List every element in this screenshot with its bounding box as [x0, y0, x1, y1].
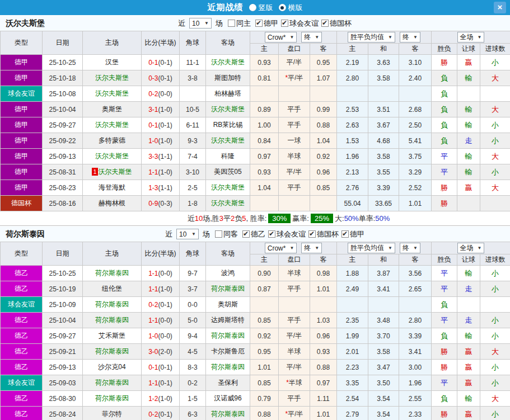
cell-corner: 9-7	[180, 266, 206, 281]
cell-odds-away: 0.88	[310, 117, 337, 133]
cell-result: 負	[432, 86, 457, 102]
team-name: 荷尔斯泰因	[0, 229, 115, 239]
cell-avg-away: 2.52	[399, 180, 432, 196]
cell-odds-home: 0.84	[250, 133, 279, 149]
halftime-score: (1-0)	[158, 168, 172, 176]
cell-avg-draw: 3.39	[368, 180, 399, 196]
fulltime-score: 1-1	[148, 285, 158, 293]
filter-bar: 近 10 场 同客 德乙球会友谊德国杯德甲	[115, 229, 415, 239]
league-checkbox-德甲[interactable]: 德甲	[341, 229, 364, 239]
cell-away: 沃尔夫斯堡	[206, 196, 250, 211]
cell-odds-home: 0.97	[250, 149, 279, 164]
league-checkbox-德乙[interactable]: 德乙	[242, 229, 265, 239]
cell-score: 1-1(0-1)	[142, 375, 180, 391]
close-button[interactable]: ×	[494, 2, 506, 13]
cell-avg-away: 2.80	[399, 313, 432, 328]
same-side-checkbox[interactable]: 同客	[215, 229, 238, 239]
cell-score: 1-1(1-0)	[142, 164, 180, 180]
cell-avg-away: 3.29	[399, 164, 432, 180]
checkbox-icon[interactable]	[308, 230, 316, 238]
fulltime-select[interactable]: 全场	[457, 32, 485, 43]
team-text: 沃尔夫斯堡	[95, 74, 129, 82]
cell-goals: 大	[480, 344, 510, 360]
layout-radio-vertical[interactable]: 竖版	[249, 3, 273, 13]
section-team-1: 沃尔夫斯堡 近 10 场 同主 德甲球会友谊德国杯 类型	[0, 15, 510, 226]
same-side-checkbox[interactable]: 同主	[228, 18, 251, 29]
league-checkbox-球会友谊[interactable]: 球会友谊	[281, 18, 319, 29]
cell-handicap: 平/半	[279, 55, 310, 70]
odds-time-select[interactable]: 终	[301, 32, 322, 43]
cell-avg-away: 2.65	[399, 281, 432, 297]
col-home: 主场	[83, 242, 142, 266]
odds-company-select[interactable]: Crow*	[265, 32, 297, 43]
avg-time-select[interactable]: 终	[400, 243, 420, 253]
cell-handicap: *平/半	[279, 70, 310, 86]
fulltime-select[interactable]: 全场	[457, 243, 485, 253]
recent-count-select[interactable]: 10	[189, 18, 212, 29]
cell-score: 3-1(1-0)	[142, 102, 180, 117]
odds-company-select[interactable]: Crow*	[265, 243, 297, 253]
team-text: 汉堡	[105, 58, 119, 66]
league-checkbox-德国杯[interactable]: 德国杯	[321, 18, 352, 29]
checkbox-icon[interactable]	[321, 20, 329, 27]
cell-avg-away	[399, 86, 432, 102]
match-row: 球会友谊25-09-03荷尔斯泰因1-1(0-1)0-2圣保利0.85*半球0.…	[1, 375, 510, 391]
avg-select[interactable]: 胜平负均值	[348, 32, 395, 43]
league-checkbox-球会友谊[interactable]: 球会友谊	[268, 229, 306, 239]
cell-home: 沃尔夫斯堡	[83, 70, 142, 86]
avg-select[interactable]: 胜平负均值	[348, 243, 395, 253]
checkbox-icon[interactable]	[228, 20, 235, 27]
dialog-title: 近期战绩	[208, 2, 244, 13]
cell-result: 勝	[432, 180, 457, 196]
team-text: 汉诺威96	[214, 394, 241, 402]
league-filter-list: 德乙球会友谊德国杯德甲	[240, 229, 364, 239]
checkbox-icon[interactable]	[255, 20, 263, 27]
recent-count-select[interactable]: 10	[176, 229, 199, 239]
col-avg-away: 客	[399, 44, 432, 55]
cell-goals: 小	[480, 328, 510, 344]
cell-odds-away: 0.95	[310, 55, 337, 70]
avg-time-select[interactable]: 终	[400, 32, 420, 43]
cell-avg-away: 2.33	[399, 407, 432, 420]
cell-odds-away: 0.98	[310, 266, 337, 281]
cell-handicap: 半球	[279, 344, 310, 360]
avg-group-header: 胜平负均值 终	[337, 242, 432, 254]
checkbox-icon[interactable]	[215, 230, 222, 238]
checkbox-label: 同客	[223, 229, 238, 239]
summary-part: 50%	[344, 214, 359, 223]
cell-avg-home: 2.35	[337, 313, 368, 328]
cell-avg-home: 1.53	[337, 133, 368, 149]
matches-table: 类型 日期 主场 比分(半场) 角球 客场 Crow* 终 胜平负均值	[0, 31, 510, 211]
cell-score: 1-1(0-0)	[142, 266, 180, 281]
col-away: 客场	[206, 31, 250, 55]
league-checkbox-德甲[interactable]: 德甲	[255, 18, 278, 29]
match-row: 德乙25-08-24菲尔特0-2(0-1)6-3荷尔斯泰因0.88*平/半1.0…	[1, 407, 510, 420]
radio-selected-icon[interactable]	[279, 4, 286, 11]
cell-away: 波鸿	[206, 266, 250, 281]
col-result: 胜负	[432, 44, 457, 55]
layout-radio-horizontal[interactable]: 横版	[279, 3, 303, 13]
cell-home: 荷尔斯泰因	[83, 344, 142, 360]
col-odds-away: 客	[310, 254, 337, 266]
radio-icon[interactable]	[249, 4, 256, 11]
team-text: 沃尔夫斯堡	[211, 58, 245, 66]
cell-home: 荷尔斯泰因	[83, 297, 142, 313]
cell-avg-draw: 3.48	[368, 313, 399, 328]
checkbox-icon[interactable]	[281, 20, 288, 27]
checkbox-icon[interactable]	[268, 230, 275, 238]
cell-corner: 0-0	[180, 297, 206, 313]
cell-odds-home	[250, 196, 279, 211]
checkbox-icon[interactable]	[242, 230, 250, 238]
avg-group-header: 胜平负均值 终	[337, 31, 432, 44]
odds-time-select[interactable]: 终	[301, 243, 322, 253]
checkbox-icon[interactable]	[341, 230, 349, 238]
section-header: 荷尔斯泰因 近 10 场 同客 德乙球会友谊德国杯德甲	[0, 226, 510, 242]
league-checkbox-德国杯[interactable]: 德国杯	[308, 229, 339, 239]
cell-type: 德乙	[1, 391, 43, 407]
halftime-score: (1-0)	[158, 395, 172, 403]
cell-away: 达姆斯塔特	[206, 313, 250, 328]
games-label: 场	[203, 229, 210, 239]
col-avg-draw: 和	[368, 254, 399, 266]
match-row: 德甲25-10-04奥斯堡3-1(1-0)10-5沃尔夫斯堡0.89平手0.99…	[1, 102, 510, 117]
fulltime-score: 0-2	[148, 301, 158, 309]
